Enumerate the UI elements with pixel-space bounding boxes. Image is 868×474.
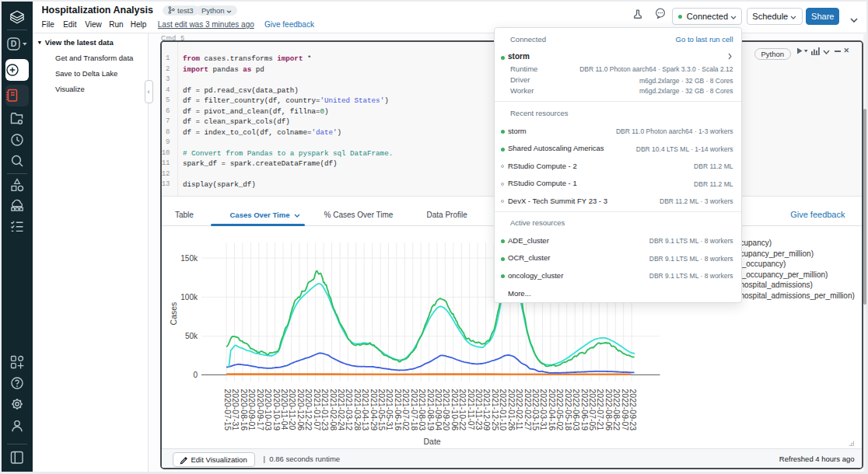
svg-text:2022-06-03: 2022-06-03 — [572, 389, 581, 430]
svg-text:2020-07-15: 2020-07-15 — [223, 389, 233, 430]
svg-text:2022-02-11: 2022-02-11 — [515, 389, 524, 430]
svg-text:2021-08-03: 2021-08-03 — [418, 389, 427, 430]
svg-text:2022-05-18: 2022-05-18 — [563, 389, 572, 430]
svg-text:2022-09-07: 2022-09-07 — [620, 389, 629, 430]
svg-text:2021-12-09: 2021-12-09 — [482, 389, 492, 430]
svg-text:2020-12-22: 2020-12-22 — [304, 389, 313, 430]
svg-text:2021-02-08: 2021-02-08 — [328, 389, 338, 430]
svg-text:2022-01-26: 2022-01-26 — [506, 389, 516, 430]
svg-text:0: 0 — [193, 370, 198, 378]
svg-text:50k: 50k — [184, 332, 198, 340]
svg-text:2021-01-23: 2021-01-23 — [320, 389, 330, 430]
svg-text:2021-02-24: 2021-02-24 — [336, 389, 345, 430]
svg-text:2022-07-05: 2022-07-05 — [587, 389, 597, 430]
svg-text:Cases: Cases — [169, 301, 178, 325]
svg-text:2021-10-06: 2021-10-06 — [450, 389, 459, 430]
svg-text:2022-06-19: 2022-06-19 — [579, 389, 589, 430]
svg-text:2021-11-07: 2021-11-07 — [466, 389, 475, 430]
svg-text:2021-05-15: 2021-05-15 — [377, 389, 387, 430]
svg-text:2021-09-20: 2021-09-20 — [442, 389, 451, 430]
svg-text:2021-03-28: 2021-03-28 — [352, 389, 362, 430]
svg-text:2021-11-23: 2021-11-23 — [474, 389, 484, 430]
svg-text:2021-12-25: 2021-12-25 — [490, 389, 499, 430]
svg-text:2020-10-19: 2020-10-19 — [271, 389, 281, 430]
svg-text:2020-11-04: 2020-11-04 — [279, 389, 289, 430]
svg-text:2022-04-16: 2022-04-16 — [547, 389, 556, 430]
svg-text:2020-12-06: 2020-12-06 — [296, 389, 305, 430]
svg-text:2022-02-27: 2022-02-27 — [523, 389, 532, 430]
svg-text:150k: 150k — [180, 253, 198, 262]
svg-text:2020-07-31: 2020-07-31 — [231, 389, 240, 430]
svg-text:2021-05-31: 2021-05-31 — [385, 389, 394, 430]
svg-text:2022-01-10: 2022-01-10 — [499, 389, 508, 430]
svg-text:2021-10-22: 2021-10-22 — [458, 389, 467, 430]
svg-text:2021-04-13: 2021-04-13 — [361, 389, 370, 430]
svg-text:Date: Date — [423, 437, 440, 446]
svg-text:2022-03-15: 2022-03-15 — [531, 389, 541, 430]
svg-text:2021-06-16: 2021-06-16 — [393, 389, 402, 430]
svg-text:2021-07-18: 2021-07-18 — [409, 389, 418, 430]
svg-text:2022-03-31: 2022-03-31 — [539, 389, 548, 430]
svg-text:2021-07-02: 2021-07-02 — [401, 389, 411, 430]
svg-text:2021-04-29: 2021-04-29 — [369, 389, 378, 430]
svg-text:2020-09-17: 2020-09-17 — [255, 389, 264, 430]
svg-text:2022-08-06: 2022-08-06 — [604, 389, 613, 430]
svg-text:2020-09-01: 2020-09-01 — [247, 389, 257, 430]
svg-text:2022-07-21: 2022-07-21 — [596, 389, 605, 430]
svg-text:D: D — [11, 39, 17, 48]
svg-text:2021-08-19: 2021-08-19 — [425, 389, 435, 430]
svg-text:2022-05-02: 2022-05-02 — [555, 389, 565, 430]
svg-text:2021-09-04: 2021-09-04 — [433, 389, 443, 430]
svg-text:2020-11-20: 2020-11-20 — [288, 389, 297, 430]
svg-text:2020-10-03: 2020-10-03 — [264, 389, 273, 430]
svg-text:2021-03-12: 2021-03-12 — [345, 389, 354, 430]
svg-text:2022-08-22: 2022-08-22 — [612, 389, 621, 430]
svg-text:2020-08-16: 2020-08-16 — [239, 389, 248, 430]
svg-text:2022-09-23: 2022-09-23 — [628, 389, 638, 430]
svg-text:2021-01-07: 2021-01-07 — [312, 389, 321, 430]
svg-text:100k: 100k — [180, 292, 198, 301]
